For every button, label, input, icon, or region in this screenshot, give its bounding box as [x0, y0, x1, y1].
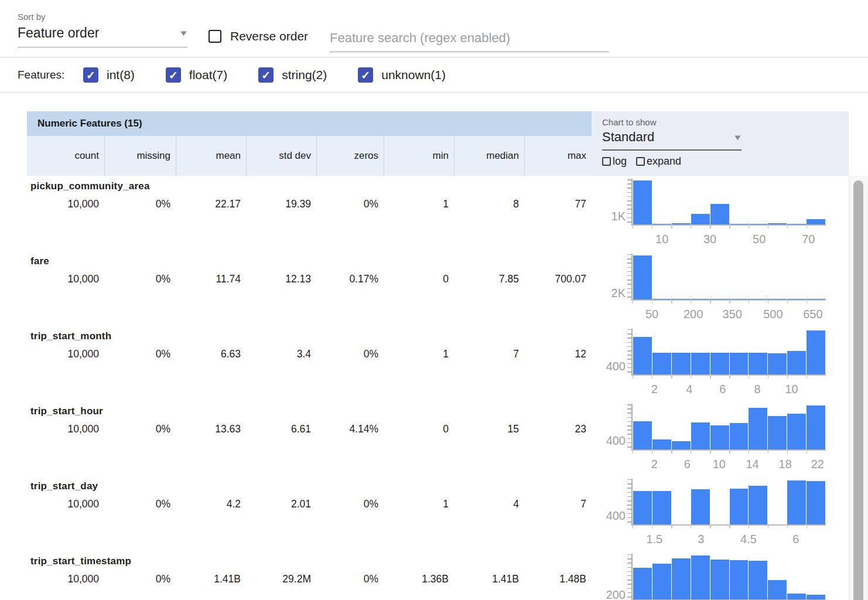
stat-value: 6.61 [246, 423, 316, 435]
vertical-scrollbar-thumb[interactable] [853, 180, 863, 600]
x-tick-label: 4 [686, 383, 692, 396]
feature-histogram: 400 246810 [592, 326, 849, 401]
filter-label: unknown(1) [381, 68, 446, 82]
checkbox-checked-icon[interactable]: ✓ [358, 67, 373, 83]
x-axis-ticks [633, 224, 826, 229]
x-tick-label: 200 [684, 308, 703, 321]
expand-checkbox[interactable]: expand [636, 155, 681, 168]
histogram-bar [691, 489, 710, 524]
feature-row: fare 10,0000%11.7412.130.17%07.85700.07 [27, 251, 592, 326]
stat-value: 0% [316, 198, 384, 210]
stat-value: 12 [524, 348, 592, 360]
feature-name: trip_start_hour [27, 401, 592, 417]
histogram-bar [710, 425, 729, 449]
x-tick-label: 10 [785, 383, 798, 396]
feature-row: trip_start_timestamp 10,0000%1.41B29.2M0… [27, 551, 592, 600]
column-header: std dev [246, 136, 316, 176]
stat-value: 1 [384, 198, 454, 210]
stat-value: 7 [524, 498, 592, 510]
stat-value: 1.36B [384, 573, 454, 585]
feature-row: trip_start_month 10,0000%6.633.40%1712 [27, 326, 592, 401]
stat-value: 0% [104, 273, 176, 285]
filter-checkbox-float7[interactable]: ✓float(7) [166, 67, 227, 83]
stat-value: 29.2M [246, 573, 316, 585]
feature-search-input[interactable] [330, 28, 609, 52]
checkbox-checked-icon[interactable]: ✓ [258, 67, 274, 83]
feature-stats: 10,0000%13.636.614.14%01523 [27, 423, 592, 435]
x-tick-label: 30 [703, 233, 716, 246]
y-axis-label: 2K [592, 287, 626, 299]
stat-value: 0% [104, 423, 176, 435]
x-tick-label: 10 [655, 233, 668, 246]
y-axis-label: 1K [592, 210, 626, 223]
checkbox-unchecked-icon[interactable] [602, 157, 611, 166]
histogram-plot: 10305070 [633, 182, 826, 226]
column-header: min [384, 136, 454, 176]
feature-stats: 10,0000%1.41B29.2M0%1.36B1.41B1.48B [27, 573, 592, 585]
sort-by-value: Feature order [18, 25, 99, 41]
histogram-bar [633, 180, 652, 224]
x-tick-label: 4.5 [740, 533, 757, 546]
x-tick-label: 2 [651, 458, 658, 471]
vertical-scrollbar-track[interactable] [849, 176, 868, 600]
numeric-features-panel: Numeric Features (15) countmissingmeanst… [27, 111, 849, 600]
histogram-bar [691, 353, 710, 374]
stat-value: 10,000 [27, 423, 104, 435]
histogram-bar [787, 480, 806, 524]
column-header: mean [176, 136, 246, 176]
x-tick-label: 3 [698, 533, 704, 546]
reverse-order-checkbox[interactable]: Reverse order [209, 29, 308, 43]
feature-row: pickup_community_area 10,0000%22.1719.39… [27, 176, 592, 251]
stat-value: 6.63 [176, 348, 246, 360]
y-axis-label: 400 [592, 509, 626, 522]
feature-name: fare [27, 251, 592, 267]
feature-name: trip_start_month [27, 326, 592, 342]
stat-value: 11.74 [176, 273, 246, 285]
y-axis-ruler [627, 479, 633, 526]
x-tick-label: 6 [792, 533, 799, 546]
histogram-bar [768, 580, 787, 599]
feature-name: trip_start_timestamp [27, 551, 592, 567]
column-header: zeros [316, 136, 384, 176]
filter-checkbox-unknown1[interactable]: ✓unknown(1) [358, 67, 446, 83]
stat-value: 7 [454, 348, 524, 360]
histogram-bar [787, 351, 806, 374]
histogram-bars [633, 482, 826, 524]
toolbar: Sort by Feature order ▼ Reverse order [0, 0, 868, 57]
filter-label: string(2) [282, 68, 327, 82]
chevron-down-icon: ▼ [733, 133, 743, 142]
stat-value: 10,000 [27, 573, 104, 585]
stat-value: 22.17 [176, 198, 246, 210]
column-header: median [454, 136, 524, 176]
histogram-bar [633, 337, 652, 374]
histogram-bar [691, 214, 710, 224]
log-checkbox[interactable]: log [602, 155, 627, 168]
checkbox-checked-icon[interactable]: ✓ [83, 67, 98, 83]
checkbox-unchecked-icon[interactable] [209, 30, 221, 43]
y-axis-ruler [627, 329, 633, 376]
stat-value: 4.2 [176, 498, 246, 510]
checkbox-unchecked-icon[interactable] [636, 157, 645, 166]
histogram-bar [787, 414, 806, 449]
stat-value: 12.13 [246, 273, 316, 285]
feature-name: trip_start_day [27, 476, 592, 492]
stat-value: 8 [454, 198, 524, 210]
x-tick-label: 1.5 [646, 533, 662, 546]
sort-by-dropdown[interactable]: Sort by Feature order ▼ [18, 12, 187, 47]
y-axis-label: 400 [592, 360, 626, 373]
x-tick-label: 50 [645, 308, 658, 321]
checkbox-checked-icon[interactable]: ✓ [166, 67, 181, 83]
x-axis-ticks [633, 374, 826, 379]
histogram-bar [807, 595, 825, 599]
chart-type-dropdown[interactable]: Standard ▼ [602, 129, 741, 151]
histogram-bar [633, 421, 652, 449]
histogram-bar [768, 353, 787, 374]
histogram-bars [633, 257, 826, 299]
y-axis-ruler [627, 179, 633, 226]
filter-checkbox-int8[interactable]: ✓int(8) [83, 67, 135, 83]
y-axis-ruler [627, 404, 633, 451]
histogram-bar [672, 558, 691, 599]
stat-value: 0.17% [316, 273, 384, 285]
filter-checkbox-string2[interactable]: ✓string(2) [258, 67, 327, 83]
x-tick-label: 18 [779, 458, 792, 471]
